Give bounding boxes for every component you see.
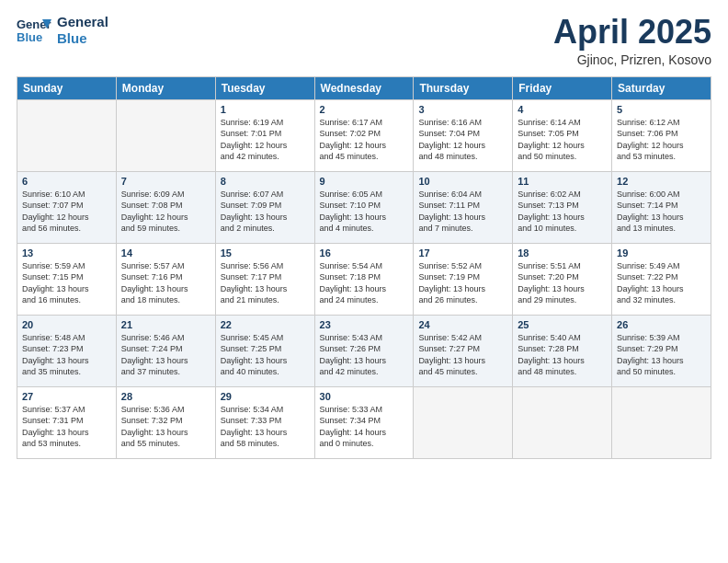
day-info: Sunrise: 6:14 AM Sunset: 7:05 PM Dayligh… (518, 117, 607, 163)
calendar-cell: 5Sunrise: 6:12 AM Sunset: 7:06 PM Daylig… (612, 99, 711, 171)
day-number: 23 (320, 319, 409, 330)
day-number: 14 (121, 247, 210, 259)
day-info: Sunrise: 6:00 AM Sunset: 7:14 PM Dayligh… (617, 189, 706, 235)
day-number: 25 (518, 319, 607, 330)
calendar-cell: 17Sunrise: 5:52 AM Sunset: 7:19 PM Dayli… (414, 243, 513, 315)
day-info: Sunrise: 5:36 AM Sunset: 7:32 PM Dayligh… (121, 404, 210, 450)
calendar-cell: 29Sunrise: 5:34 AM Sunset: 7:33 PM Dayli… (215, 386, 314, 458)
weekday-header-sunday: Sunday (17, 76, 117, 99)
day-number: 16 (320, 247, 409, 259)
weekday-header-friday: Friday (513, 76, 612, 99)
day-number: 7 (121, 176, 210, 187)
day-number: 1 (221, 104, 310, 115)
calendar-cell: 3Sunrise: 6:16 AM Sunset: 7:04 PM Daylig… (414, 99, 513, 171)
day-info: Sunrise: 5:40 AM Sunset: 7:28 PM Dayligh… (518, 332, 607, 378)
week-row-1: 1Sunrise: 6:19 AM Sunset: 7:01 PM Daylig… (17, 99, 711, 171)
day-number: 9 (320, 176, 409, 187)
day-info: Sunrise: 5:45 AM Sunset: 7:25 PM Dayligh… (221, 332, 310, 378)
day-number: 17 (418, 247, 507, 259)
day-number: 18 (518, 247, 607, 259)
logo-text-blue: Blue (57, 30, 108, 47)
day-info: Sunrise: 5:34 AM Sunset: 7:33 PM Dayligh… (221, 404, 310, 450)
day-number: 24 (418, 319, 507, 330)
calendar-cell: 4Sunrise: 6:14 AM Sunset: 7:05 PM Daylig… (513, 99, 612, 171)
weekday-header-tuesday: Tuesday (215, 76, 314, 99)
day-info: Sunrise: 5:37 AM Sunset: 7:31 PM Dayligh… (22, 404, 111, 450)
day-info: Sunrise: 6:17 AM Sunset: 7:02 PM Dayligh… (320, 117, 409, 163)
calendar-cell: 24Sunrise: 5:42 AM Sunset: 7:27 PM Dayli… (414, 315, 513, 386)
calendar-cell: 7Sunrise: 6:09 AM Sunset: 7:08 PM Daylig… (116, 171, 215, 243)
day-number: 5 (617, 104, 706, 115)
day-number: 19 (617, 247, 706, 259)
day-info: Sunrise: 5:54 AM Sunset: 7:18 PM Dayligh… (320, 260, 409, 306)
day-number: 10 (418, 176, 507, 187)
calendar-cell: 14Sunrise: 5:57 AM Sunset: 7:16 PM Dayli… (116, 243, 215, 315)
day-number: 11 (518, 176, 607, 187)
day-info: Sunrise: 6:10 AM Sunset: 7:07 PM Dayligh… (22, 189, 111, 235)
calendar-cell: 12Sunrise: 6:00 AM Sunset: 7:14 PM Dayli… (612, 171, 711, 243)
calendar-cell: 22Sunrise: 5:45 AM Sunset: 7:25 PM Dayli… (215, 315, 314, 386)
day-number: 26 (617, 319, 706, 330)
day-number: 20 (22, 319, 111, 330)
week-row-3: 13Sunrise: 5:59 AM Sunset: 7:15 PM Dayli… (17, 243, 711, 315)
calendar-cell: 11Sunrise: 6:02 AM Sunset: 7:13 PM Dayli… (513, 171, 612, 243)
weekday-header-row: SundayMondayTuesdayWednesdayThursdayFrid… (17, 76, 711, 99)
calendar-cell: 6Sunrise: 6:10 AM Sunset: 7:07 PM Daylig… (17, 171, 117, 243)
calendar-cell: 15Sunrise: 5:56 AM Sunset: 7:17 PM Dayli… (215, 243, 314, 315)
day-number: 21 (121, 319, 210, 330)
day-info: Sunrise: 6:09 AM Sunset: 7:08 PM Dayligh… (121, 189, 210, 235)
day-info: Sunrise: 5:57 AM Sunset: 7:16 PM Dayligh… (121, 260, 210, 306)
day-info: Sunrise: 6:16 AM Sunset: 7:04 PM Dayligh… (418, 117, 507, 163)
day-info: Sunrise: 5:56 AM Sunset: 7:17 PM Dayligh… (221, 260, 310, 306)
day-number: 30 (320, 391, 409, 402)
calendar-cell: 19Sunrise: 5:49 AM Sunset: 7:22 PM Dayli… (612, 243, 711, 315)
day-number: 28 (121, 391, 210, 402)
day-number: 29 (221, 391, 310, 402)
day-info: Sunrise: 6:19 AM Sunset: 7:01 PM Dayligh… (221, 117, 310, 163)
header: General Blue General Blue April 2025 Gji… (17, 14, 711, 67)
weekday-header-wednesday: Wednesday (314, 76, 414, 99)
calendar-cell: 20Sunrise: 5:48 AM Sunset: 7:23 PM Dayli… (17, 315, 117, 386)
calendar-cell: 1Sunrise: 6:19 AM Sunset: 7:01 PM Daylig… (215, 99, 314, 171)
calendar-cell: 30Sunrise: 5:33 AM Sunset: 7:34 PM Dayli… (314, 386, 414, 458)
calendar-cell: 23Sunrise: 5:43 AM Sunset: 7:26 PM Dayli… (314, 315, 414, 386)
day-info: Sunrise: 5:59 AM Sunset: 7:15 PM Dayligh… (22, 260, 111, 306)
location: Gjinoc, Prizren, Kosovo (553, 52, 711, 67)
day-info: Sunrise: 6:02 AM Sunset: 7:13 PM Dayligh… (518, 189, 607, 235)
day-info: Sunrise: 6:04 AM Sunset: 7:11 PM Dayligh… (418, 189, 507, 235)
calendar-cell: 28Sunrise: 5:36 AM Sunset: 7:32 PM Dayli… (116, 386, 215, 458)
logo-text-general: General (57, 14, 108, 30)
calendar-cell: 13Sunrise: 5:59 AM Sunset: 7:15 PM Dayli… (17, 243, 117, 315)
day-info: Sunrise: 5:51 AM Sunset: 7:20 PM Dayligh… (518, 260, 607, 306)
day-info: Sunrise: 6:12 AM Sunset: 7:06 PM Dayligh… (617, 117, 706, 163)
calendar-cell: 2Sunrise: 6:17 AM Sunset: 7:02 PM Daylig… (314, 99, 414, 171)
calendar-cell: 26Sunrise: 5:39 AM Sunset: 7:29 PM Dayli… (612, 315, 711, 386)
day-number: 13 (22, 247, 111, 259)
logo: General Blue General Blue (17, 14, 108, 47)
day-number: 8 (221, 176, 310, 187)
weekday-header-saturday: Saturday (612, 76, 711, 99)
logo-icon: General Blue (17, 16, 51, 45)
day-info: Sunrise: 5:43 AM Sunset: 7:26 PM Dayligh… (320, 332, 409, 378)
calendar-cell: 16Sunrise: 5:54 AM Sunset: 7:18 PM Dayli… (314, 243, 414, 315)
week-row-2: 6Sunrise: 6:10 AM Sunset: 7:07 PM Daylig… (17, 171, 711, 243)
title-area: April 2025 Gjinoc, Prizren, Kosovo (553, 14, 711, 67)
weekday-header-thursday: Thursday (414, 76, 513, 99)
day-number: 22 (221, 319, 310, 330)
day-number: 2 (320, 104, 409, 115)
day-info: Sunrise: 6:07 AM Sunset: 7:09 PM Dayligh… (221, 189, 310, 235)
calendar-cell (116, 99, 215, 171)
calendar-table: SundayMondayTuesdayWednesdayThursdayFrid… (17, 76, 711, 459)
page: General Blue General Blue April 2025 Gji… (0, 0, 728, 563)
day-number: 12 (617, 176, 706, 187)
calendar-cell (513, 386, 612, 458)
svg-text:Blue: Blue (17, 30, 42, 44)
month-title: April 2025 (553, 14, 711, 51)
week-row-5: 27Sunrise: 5:37 AM Sunset: 7:31 PM Dayli… (17, 386, 711, 458)
calendar-cell: 18Sunrise: 5:51 AM Sunset: 7:20 PM Dayli… (513, 243, 612, 315)
calendar-cell: 25Sunrise: 5:40 AM Sunset: 7:28 PM Dayli… (513, 315, 612, 386)
calendar-cell (414, 386, 513, 458)
day-info: Sunrise: 6:05 AM Sunset: 7:10 PM Dayligh… (320, 189, 409, 235)
day-info: Sunrise: 5:33 AM Sunset: 7:34 PM Dayligh… (320, 404, 409, 450)
calendar-cell (612, 386, 711, 458)
